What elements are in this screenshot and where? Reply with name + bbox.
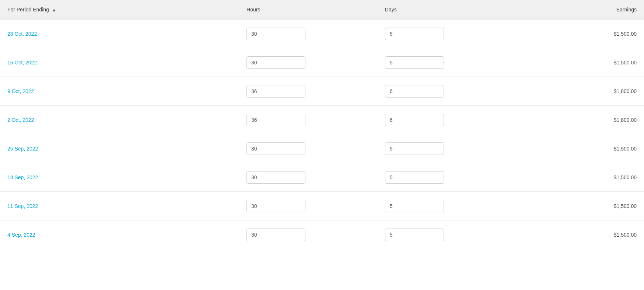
table-row: 18 Sep, 2022 $1,500.00 <box>0 163 644 192</box>
date-cell: 9 Oct, 2022 <box>7 88 246 94</box>
earnings-value: $1,500.00 <box>524 60 637 66</box>
hours-cell <box>246 114 385 126</box>
days-cell <box>385 114 524 126</box>
period-ending-header[interactable]: For Period Ending ▲ <box>7 7 246 13</box>
table-row: 25 Sep, 2022 $1,500.00 <box>0 134 644 163</box>
table-row: 2 Oct, 2022 $1,800.00 <box>0 106 644 134</box>
days-input[interactable] <box>385 28 444 40</box>
date-link[interactable]: 9 Oct, 2022 <box>7 88 34 94</box>
date-link[interactable]: 16 Oct, 2022 <box>7 60 37 66</box>
table-row: 9 Oct, 2022 $1,800.00 <box>0 77 644 106</box>
table-row: 16 Oct, 2022 $1,500.00 <box>0 48 644 77</box>
date-cell: 25 Sep, 2022 <box>7 146 246 152</box>
hours-input[interactable] <box>246 114 305 126</box>
date-cell: 16 Oct, 2022 <box>7 60 246 66</box>
period-ending-label: For Period Ending <box>7 7 49 13</box>
days-input[interactable] <box>385 85 444 98</box>
earnings-value: $1,500.00 <box>524 232 637 238</box>
days-cell <box>385 28 524 40</box>
earnings-value: $1,800.00 <box>524 117 637 123</box>
days-input[interactable] <box>385 114 444 126</box>
days-input[interactable] <box>385 200 444 212</box>
earnings-value: $1,500.00 <box>524 174 637 180</box>
payroll-table: For Period Ending ▲ Hours Days Earnings … <box>0 0 644 290</box>
days-cell <box>385 200 524 212</box>
hours-cell <box>246 85 385 98</box>
table-body: 23 Oct, 2022 $1,500.00 16 Oct, 2022 $1,5… <box>0 20 644 249</box>
earnings-header: Earnings <box>524 7 637 13</box>
table-header: For Period Ending ▲ Hours Days Earnings <box>0 0 644 20</box>
days-cell <box>385 142 524 155</box>
days-input[interactable] <box>385 56 444 69</box>
days-input[interactable] <box>385 229 444 241</box>
date-link[interactable]: 4 Sep, 2022 <box>7 232 35 238</box>
days-cell <box>385 229 524 241</box>
date-cell: 18 Sep, 2022 <box>7 174 246 180</box>
hours-input[interactable] <box>246 142 305 155</box>
table-row: 4 Sep, 2022 $1,500.00 <box>0 220 644 249</box>
days-header: Days <box>385 7 524 13</box>
hours-cell <box>246 28 385 40</box>
table-row: 23 Oct, 2022 $1,500.00 <box>0 20 644 48</box>
earnings-value: $1,800.00 <box>524 88 637 94</box>
hours-cell <box>246 171 385 184</box>
days-cell <box>385 56 524 69</box>
hours-cell <box>246 200 385 212</box>
date-cell: 2 Oct, 2022 <box>7 117 246 123</box>
date-link[interactable]: 11 Sep, 2022 <box>7 203 38 209</box>
earnings-value: $1,500.00 <box>524 146 637 152</box>
hours-cell <box>246 142 385 155</box>
hours-input[interactable] <box>246 200 305 212</box>
date-cell: 23 Oct, 2022 <box>7 31 246 37</box>
hours-input[interactable] <box>246 171 305 184</box>
date-link[interactable]: 18 Sep, 2022 <box>7 174 38 180</box>
date-cell: 4 Sep, 2022 <box>7 232 246 238</box>
earnings-value: $1,500.00 <box>524 31 637 37</box>
date-link[interactable]: 25 Sep, 2022 <box>7 146 38 152</box>
hours-header: Hours <box>246 7 385 13</box>
hours-cell <box>246 229 385 241</box>
hours-input[interactable] <box>246 56 305 69</box>
days-input[interactable] <box>385 142 444 155</box>
hours-input[interactable] <box>246 229 305 241</box>
date-link[interactable]: 2 Oct, 2022 <box>7 117 34 123</box>
sort-arrow-icon[interactable]: ▲ <box>52 7 56 13</box>
days-cell <box>385 85 524 98</box>
date-cell: 11 Sep, 2022 <box>7 203 246 209</box>
table-row: 11 Sep, 2022 $1,500.00 <box>0 192 644 220</box>
hours-input[interactable] <box>246 85 305 98</box>
hours-cell <box>246 56 385 69</box>
days-cell <box>385 171 524 184</box>
days-input[interactable] <box>385 171 444 184</box>
hours-input[interactable] <box>246 28 305 40</box>
earnings-value: $1,500.00 <box>524 203 637 209</box>
date-link[interactable]: 23 Oct, 2022 <box>7 31 37 37</box>
